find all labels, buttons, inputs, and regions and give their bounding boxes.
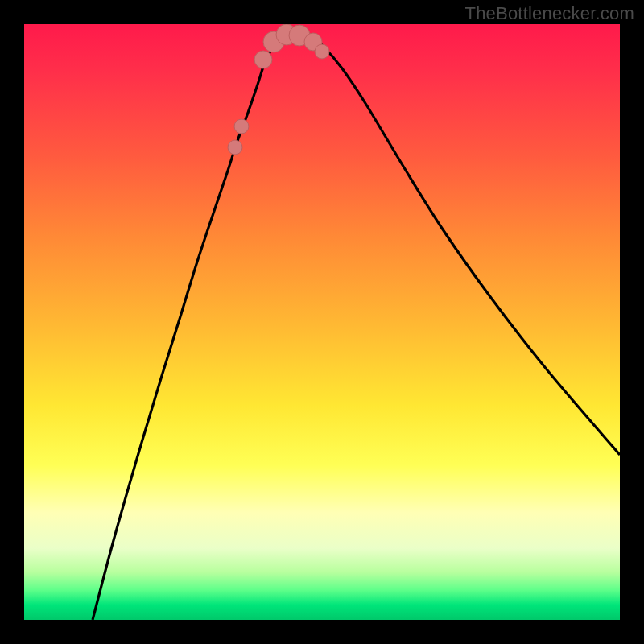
marker-dot	[254, 51, 272, 68]
bottleneck-curve	[93, 32, 620, 620]
marker-dot	[315, 44, 329, 59]
marker-dot	[234, 119, 249, 134]
plot-area	[24, 24, 620, 620]
highlight-markers	[228, 24, 329, 155]
chart-svg	[24, 24, 620, 620]
curve-path	[93, 32, 620, 620]
watermark-text: TheBottlenecker.com	[465, 3, 634, 24]
marker-dot	[228, 140, 242, 155]
chart-frame: TheBottlenecker.com	[0, 0, 644, 644]
